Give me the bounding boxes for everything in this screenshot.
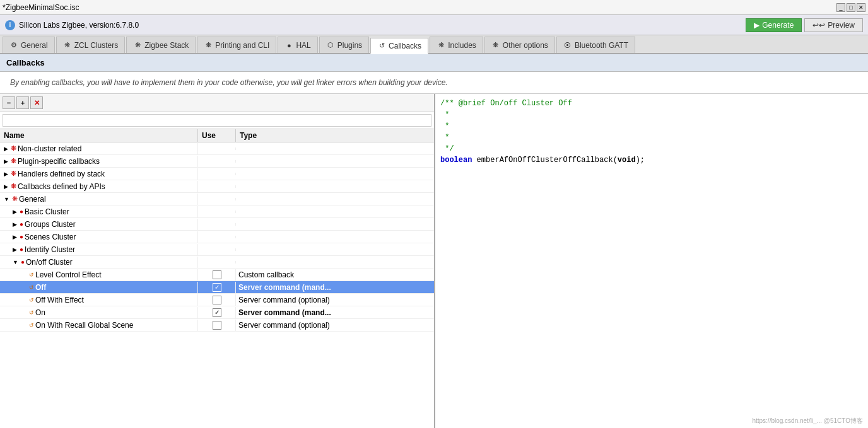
tree-cell-use bbox=[198, 236, 236, 238]
tab-plugins[interactable]: ⬡Plugins bbox=[319, 37, 369, 53]
tree-cell-use bbox=[198, 261, 236, 263]
search-box bbox=[0, 112, 434, 129]
use-checkbox[interactable] bbox=[213, 270, 221, 279]
tab-icon-bluetooth-gatt: ⦿ bbox=[563, 42, 572, 49]
tree-row-label: Off With Effect bbox=[35, 296, 84, 304]
tree-row[interactable]: ▶❋Plugin-specific callbacks bbox=[0, 155, 434, 168]
tree-cell-name: ↺Off bbox=[0, 282, 198, 293]
tree-row[interactable]: ▶●Identify Cluster bbox=[0, 243, 434, 256]
tree-row[interactable]: ▶●Basic Cluster bbox=[0, 205, 434, 218]
tree-row[interactable]: ▶❋Handlers defined by stack bbox=[0, 168, 434, 180]
tree-cell-type bbox=[236, 248, 434, 251]
tree-cell-use bbox=[198, 282, 236, 293]
tab-general[interactable]: ⚙General bbox=[3, 37, 55, 53]
tree-cell-use bbox=[198, 307, 236, 318]
tree-row[interactable]: ↺OnServer command (mand... bbox=[0, 306, 434, 319]
title-bar: *ZigbeeMinimalSoc.isc _ □ ✕ bbox=[0, 0, 868, 15]
left-panel: − + ✕ Name Use Type ▶❋Non-cluster relate… bbox=[0, 94, 435, 428]
node-icon: ↺ bbox=[29, 272, 34, 278]
tree-row[interactable]: ▼❋General bbox=[0, 193, 434, 205]
use-checkbox[interactable] bbox=[213, 296, 221, 304]
tab-printing-cli[interactable]: ❋Printing and CLI bbox=[197, 37, 276, 53]
tree-cell-use bbox=[198, 147, 236, 150]
tab-zigbee-stack[interactable]: ❋Zigbee Stack bbox=[126, 37, 196, 53]
use-checkbox[interactable] bbox=[213, 308, 221, 317]
tab-bar: ⚙General❋ZCL Clusters❋Zigbee Stack❋Print… bbox=[0, 35, 868, 54]
tree-row-label: Scenes Cluster bbox=[25, 233, 76, 241]
tree-cell-type bbox=[236, 211, 434, 213]
node-icon: ● bbox=[20, 246, 23, 253]
tree-cell-type: Server command (mand... bbox=[236, 307, 434, 318]
use-checkbox[interactable] bbox=[213, 283, 221, 292]
generate-button[interactable]: ▶ Generate bbox=[746, 18, 802, 32]
tree-cell-type: Server command (optional) bbox=[236, 294, 434, 306]
tree-cell-name: ↺Off With Effect bbox=[0, 294, 198, 306]
node-icon: ↺ bbox=[29, 322, 34, 328]
expand-icon[interactable]: ▶ bbox=[13, 221, 17, 228]
node-icon: ↺ bbox=[29, 284, 34, 291]
tree-row[interactable]: ▶❋Non-cluster related bbox=[0, 142, 434, 155]
expand-icon[interactable]: ▼ bbox=[13, 259, 18, 265]
code-line: */ bbox=[440, 143, 863, 154]
tree-row-label: Non-cluster related bbox=[18, 144, 81, 153]
tree-cell-type: Server command (optional) bbox=[236, 320, 434, 331]
tab-icon-other-options: ❋ bbox=[491, 41, 500, 49]
title-bar-text: *ZigbeeMinimalSoc.isc bbox=[3, 3, 79, 12]
tab-includes[interactable]: ❋Includes bbox=[430, 37, 483, 53]
tree-cell-use bbox=[198, 248, 236, 251]
tab-label-general: General bbox=[21, 41, 48, 50]
tree-cell-name: ▶❋Non-cluster related bbox=[0, 143, 198, 154]
info-icon: i bbox=[5, 20, 15, 30]
collapse-all-button[interactable]: − bbox=[3, 96, 15, 109]
tree-cell-name: ▶●Groups Cluster bbox=[0, 219, 198, 230]
tree-cell-use bbox=[198, 320, 236, 331]
tab-other-options[interactable]: ❋Other options bbox=[484, 37, 555, 53]
tree-cell-name: ▶❋Plugin-specific callbacks bbox=[0, 156, 198, 167]
tree-row-label: Identify Cluster bbox=[25, 245, 75, 254]
tree-row[interactable]: ▶●Scenes Cluster bbox=[0, 231, 434, 243]
tree-cell-type bbox=[236, 185, 434, 188]
expand-all-button[interactable]: + bbox=[16, 96, 29, 109]
expand-icon[interactable]: ▶ bbox=[4, 158, 8, 165]
node-icon: ● bbox=[21, 258, 25, 265]
tab-bluetooth-gatt[interactable]: ⦿Bluetooth GATT bbox=[556, 37, 635, 53]
expand-icon[interactable]: ▶ bbox=[4, 183, 8, 190]
close-button[interactable]: ✕ bbox=[857, 3, 865, 12]
tree-row[interactable]: ↺Level Control EffectCustom callback bbox=[0, 269, 434, 281]
tree-row[interactable]: ▼●On/off Cluster bbox=[0, 256, 434, 269]
tab-label-includes: Includes bbox=[448, 41, 476, 50]
tree-row[interactable]: ▶❋Callbacks defined by APIs bbox=[0, 180, 434, 193]
minimize-button[interactable]: _ bbox=[836, 3, 845, 12]
code-viewer: /** @brief On/off Cluster Off * * * */bo… bbox=[435, 94, 868, 428]
tree-row[interactable]: ↺Off With EffectServer command (optional… bbox=[0, 294, 434, 306]
tree-row-label: Basic Cluster bbox=[25, 207, 69, 216]
tab-callbacks[interactable]: ↺Callbacks bbox=[370, 38, 428, 54]
tab-icon-includes: ❋ bbox=[437, 41, 445, 49]
expand-icon[interactable]: ▼ bbox=[4, 196, 9, 202]
search-input[interactable] bbox=[3, 114, 431, 127]
expand-icon[interactable]: ▶ bbox=[4, 171, 8, 177]
node-icon: ↺ bbox=[29, 309, 34, 316]
tab-hal[interactable]: ●HAL bbox=[278, 37, 317, 53]
tree-cell-use bbox=[198, 185, 236, 188]
maximize-button[interactable]: □ bbox=[847, 3, 855, 12]
tree-cell-name: ▶●Scenes Cluster bbox=[0, 231, 198, 243]
use-checkbox[interactable] bbox=[213, 321, 221, 330]
main-content: Callbacks By enabling callbacks, you wil… bbox=[0, 54, 868, 428]
tree-row[interactable]: ↺On With Recall Global SceneServer comma… bbox=[0, 319, 434, 332]
clear-button[interactable]: ✕ bbox=[30, 96, 43, 109]
code-line: * bbox=[440, 132, 863, 143]
tab-zcl-clusters[interactable]: ❋ZCL Clusters bbox=[56, 37, 126, 53]
tree-cell-use bbox=[198, 294, 236, 306]
preview-button[interactable]: ↩↩ Preview bbox=[804, 18, 863, 32]
node-icon: ❋ bbox=[11, 170, 16, 178]
tree-cell-type bbox=[236, 198, 434, 200]
expand-icon[interactable]: ▶ bbox=[4, 146, 8, 152]
tree-row[interactable]: ▶●Groups Cluster bbox=[0, 218, 434, 231]
expand-icon[interactable]: ▶ bbox=[13, 234, 17, 240]
tree-row-label: Callbacks defined by APIs bbox=[18, 182, 105, 191]
tree-row[interactable]: ↺OffServer command (mand... bbox=[0, 281, 434, 294]
expand-icon[interactable]: ▶ bbox=[13, 209, 17, 215]
expand-icon[interactable]: ▶ bbox=[13, 246, 17, 253]
tab-label-other-options: Other options bbox=[503, 41, 548, 50]
